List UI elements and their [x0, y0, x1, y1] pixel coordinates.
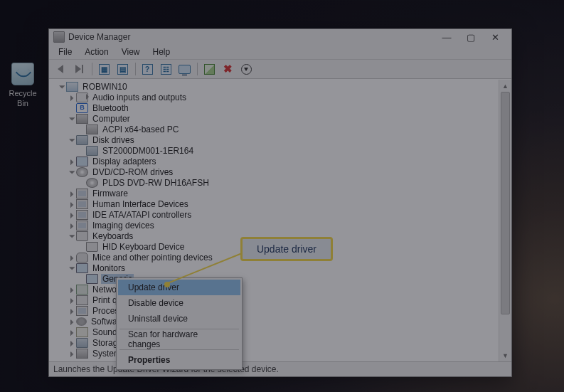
expand-icon[interactable] [68, 253, 76, 262]
scan-button[interactable] [201, 60, 218, 78]
expand-icon[interactable] [68, 157, 76, 166]
tree-label: Human Interface Devices [91, 199, 190, 209]
tree-label: Bluetooth [91, 103, 130, 113]
uninstall-button[interactable]: ✖ [219, 60, 236, 78]
dvd-icon [76, 167, 88, 177]
callout-label: Update driver [240, 237, 333, 261]
hdd-icon [76, 338, 88, 348]
tb-btn-3[interactable]: ☷ [157, 60, 174, 78]
expand-icon[interactable] [68, 317, 76, 326]
expand-icon[interactable] [68, 189, 76, 198]
expand-icon[interactable] [68, 115, 76, 123]
tree-label: ROBWIN10 [81, 82, 129, 92]
expand-icon[interactable] [68, 93, 76, 102]
tree-item[interactable]: IDE ATA/ATAPI controllers [52, 209, 499, 220]
separator-icon [92, 63, 92, 75]
ctx-scan-for-hardware-changes[interactable]: Scan for hardware changes [118, 332, 240, 347]
mouse-icon [76, 253, 88, 263]
expand-icon[interactable] [68, 339, 76, 347]
properties-button[interactable] [176, 60, 193, 78]
desktop: Recycle Bin Device Manager — ▢ ✕ File Ac… [0, 0, 564, 392]
maximize-button[interactable]: ▢ [459, 29, 483, 45]
expand-icon[interactable] [68, 168, 76, 176]
tree-label: ST2000DM001-1ER164 [101, 146, 195, 156]
scroll-down-icon[interactable]: ▼ [499, 349, 511, 361]
titlebar[interactable]: Device Manager — ▢ ✕ [49, 29, 511, 45]
separator-icon [135, 63, 136, 75]
scroll-thumb[interactable] [501, 92, 510, 314]
tb-btn-1[interactable]: ▦ [95, 60, 112, 78]
tree-item[interactable]: Imaging devices [52, 220, 499, 231]
tree-label: Mice and other pointing devices [91, 253, 214, 263]
expand-icon[interactable] [68, 200, 76, 208]
tree-item[interactable]: Computer [52, 113, 499, 124]
expand-icon[interactable] [58, 83, 66, 91]
expand-icon[interactable] [68, 307, 76, 315]
tree-item[interactable]: Disk drives [52, 134, 499, 145]
separator-icon [197, 63, 198, 75]
expand-icon[interactable] [68, 296, 76, 304]
expand-icon[interactable] [68, 285, 76, 294]
expand-icon[interactable] [68, 328, 76, 337]
recycle-bin[interactable]: Recycle Bin [4, 63, 41, 108]
tree-label: DVD/CD-ROM drives [91, 167, 174, 177]
tree-item[interactable]: Monitors [52, 263, 499, 273]
tree-label: IDE ATA/ATAPI controllers [91, 210, 193, 220]
vertical-scrollbar[interactable]: ▲ ▼ [499, 80, 511, 361]
recycle-bin-label: Recycle Bin [9, 89, 36, 107]
net-icon [76, 285, 88, 295]
tree-item[interactable]: Bluetooth [52, 102, 499, 113]
tree-label: Display adapters [91, 157, 157, 166]
sound-icon [76, 327, 88, 337]
expand-icon[interactable] [68, 136, 76, 144]
menu-file[interactable]: File [52, 46, 78, 58]
window-title: Device Manager [68, 32, 435, 42]
tree-label: Monitors [91, 263, 127, 273]
expand-icon[interactable] [68, 232, 76, 240]
monitor-icon [76, 157, 88, 166]
forward-button[interactable] [70, 60, 87, 78]
recycle-bin-icon [11, 63, 34, 85]
menu-help[interactable]: Help [147, 46, 177, 58]
close-button[interactable]: ✕ [483, 29, 507, 45]
tree-root[interactable]: ROBWIN10 [52, 81, 499, 92]
disable-button[interactable] [238, 60, 255, 78]
tree-item[interactable]: Firmware [52, 188, 499, 198]
ctx-update-driver[interactable]: Update driver [118, 280, 240, 295]
minimize-button[interactable]: — [435, 29, 459, 45]
expand-icon[interactable] [68, 349, 76, 358]
tree-item[interactable]: DVD/CD-ROM drives [52, 166, 499, 177]
scroll-up-icon[interactable]: ▲ [499, 80, 511, 92]
tree-item[interactable]: Human Interface Devices [52, 198, 499, 209]
expand-icon[interactable] [68, 264, 76, 272]
chip-icon [76, 306, 88, 316]
speaker-icon [76, 92, 88, 102]
hdd-icon [76, 135, 88, 145]
menu-view[interactable]: View [115, 46, 147, 58]
gear-icon [76, 317, 87, 326]
chip-icon [76, 221, 88, 231]
tree-label: Imaging devices [91, 221, 156, 231]
expand-icon[interactable] [68, 211, 76, 219]
tree-item[interactable]: ACPI x64-based PC [52, 124, 499, 134]
tree-label: Firmware [91, 189, 129, 198]
tree-item[interactable]: ST2000DM001-1ER164 [52, 145, 499, 156]
kbd-icon [86, 242, 98, 252]
ctx-uninstall-device[interactable]: Uninstall device [118, 311, 240, 327]
menu-action[interactable]: Action [78, 46, 115, 58]
ctx-properties[interactable]: Properties [118, 352, 240, 368]
tree-label: Keyboards [91, 231, 134, 241]
help-button[interactable]: ? [139, 60, 156, 78]
print-icon [76, 295, 88, 305]
scroll-track[interactable] [499, 92, 511, 349]
tree-item[interactable]: Display adapters [52, 156, 499, 166]
chip-icon [76, 199, 88, 209]
expand-icon[interactable] [68, 221, 76, 230]
back-button[interactable] [52, 60, 69, 78]
context-menu: Update driverDisable deviceUninstall dev… [116, 277, 243, 370]
tree-label: HID Keyboard Device [101, 242, 186, 252]
tb-btn-2[interactable]: ▤ [114, 60, 131, 78]
tree-item[interactable]: Audio inputs and outputs [52, 92, 499, 102]
ctx-disable-device[interactable]: Disable device [118, 295, 240, 311]
tree-item[interactable]: PLDS DVD-RW DH16AFSH [52, 177, 499, 188]
